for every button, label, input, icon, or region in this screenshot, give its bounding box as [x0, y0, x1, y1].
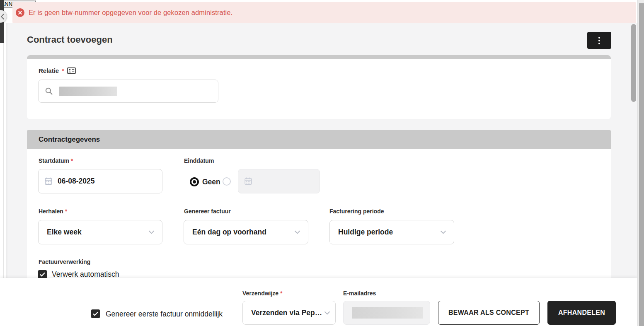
facturering-periode-value: Huidige periode [338, 228, 393, 237]
einddatum-date-input-disabled [238, 169, 320, 193]
error-message: Er is geen btw-nummer opgegeven voor de … [29, 9, 232, 17]
required-asterisk: * [280, 290, 282, 297]
chevron-down-icon [324, 311, 330, 315]
relatie-label-row: Relatie * [39, 67, 76, 74]
window-scrollbar-thumb[interactable] [639, 3, 644, 326]
genereer-factuur-select[interactable]: Eén dag op voorhand [184, 220, 308, 244]
contact-card-icon [67, 67, 76, 74]
herhalen-value: Elke week [47, 228, 82, 237]
required-asterisk: * [62, 68, 64, 74]
chevron-down-icon [148, 230, 155, 234]
panel-edge [3, 0, 4, 326]
startdatum-input[interactable]: 06-08-2025 [38, 169, 162, 193]
contractgegevens-card: Contractgegevens [27, 130, 611, 278]
error-banner: Er is geen btw-nummer opgegeven voor de … [12, 2, 636, 23]
error-icon [16, 8, 24, 17]
emailadres-label: E-mailadres [343, 290, 376, 297]
genereer-factuur-value: Eén dag op voorhand [192, 228, 266, 237]
herhalen-select[interactable]: Elke week [38, 220, 162, 244]
verwerk-automatisch-checkbox[interactable] [38, 270, 47, 279]
more-actions-button[interactable] [587, 32, 611, 49]
genereer-factuur-label: Genereer factuur [184, 208, 231, 215]
section-header: Contractgegevens [27, 130, 611, 149]
genereer-eerste-factuur-label[interactable]: Genereer eerste factuur onmiddellijk [106, 310, 223, 319]
page-title: Contract toevoegen [27, 34, 113, 45]
inner-scrollbar-thumb[interactable] [631, 24, 636, 102]
facturering-periode-label: Facturering periode [329, 208, 384, 215]
factuurverwerking-label: Factuurverwerking [39, 258, 90, 265]
verwerk-automatisch-label[interactable]: Verwerk automatisch [52, 270, 119, 279]
genereer-eerste-factuur-checkbox[interactable] [91, 309, 100, 318]
checkmark-icon [93, 312, 98, 316]
afhandelen-button[interactable]: AFHANDELEN [547, 301, 616, 325]
einddatum-radio-date[interactable] [223, 177, 231, 186]
verzendwijze-value: Verzenden via Pep… [251, 309, 322, 317]
chevron-down-icon [294, 230, 300, 234]
verzendwijze-select[interactable]: Verzenden via Pep… [242, 301, 336, 325]
verzendwijze-label: Verzendwijze * [242, 290, 283, 297]
einddatum-radio-geen-label[interactable]: Geen [202, 178, 220, 186]
einddatum-label: Einddatum [184, 157, 214, 164]
calendar-icon [244, 177, 252, 186]
relatie-label: Relatie [39, 67, 59, 74]
required-asterisk: * [65, 208, 67, 215]
checkmark-icon [40, 272, 45, 277]
relatie-search-input[interactable] [38, 80, 218, 103]
kebab-menu-icon [598, 37, 600, 44]
search-icon [45, 87, 53, 95]
calendar-icon [44, 177, 53, 186]
startdatum-value: 06-08-2025 [58, 177, 95, 186]
relatie-card-header-bar [27, 55, 611, 59]
facturering-periode-select[interactable]: Huidige periode [329, 220, 454, 244]
window-scrollbar-track[interactable] [637, 0, 644, 326]
redacted-relatie-value [59, 87, 117, 96]
required-asterisk: * [71, 157, 73, 164]
chevron-down-icon [440, 230, 446, 234]
redacted-email-value [352, 307, 423, 319]
einddatum-radio-geen[interactable] [190, 177, 199, 186]
bewaar-als-concept-button[interactable]: BEWAAR ALS CONCEPT [438, 301, 540, 325]
startdatum-label: Startdatum * [39, 157, 73, 164]
herhalen-label: Herhalen * [39, 208, 67, 215]
chevron-left-icon [0, 14, 5, 19]
emailadres-input-disabled [343, 301, 430, 325]
collapse-panel-button[interactable] [0, 10, 7, 23]
section-header-title: Contractgegevens [39, 135, 100, 144]
